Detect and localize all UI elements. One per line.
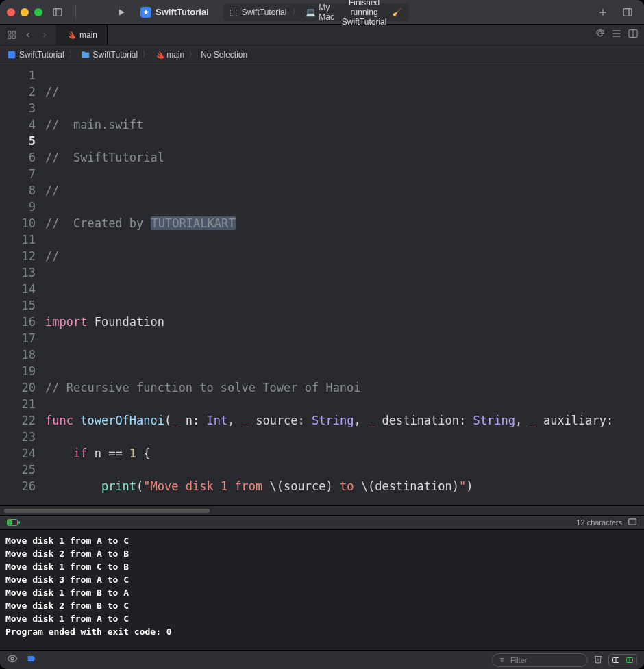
scheme-selector[interactable]: SwiftTutorial xyxy=(140,7,209,18)
related-items-button[interactable] xyxy=(4,27,19,42)
editor-area: 1234567891011121314151617181920212223242… xyxy=(0,64,644,669)
scrollbar-thumb[interactable] xyxy=(4,509,210,513)
energy-indicator-icon xyxy=(7,519,18,526)
toggle-navigator-button[interactable] xyxy=(48,4,67,21)
jump-project-label: SwiftTutorial xyxy=(19,50,64,60)
mac-icon: 💻 xyxy=(306,8,316,17)
chevron-right-icon: 〉 xyxy=(292,6,300,18)
jump-group-label: SwiftTutorial xyxy=(93,50,138,60)
titlebar: SwiftTutorial ⬚ SwiftTutorial 〉 💻 My Mac… xyxy=(0,0,644,25)
selected-text: TUTORIALKART xyxy=(151,216,236,230)
output-view-button[interactable] xyxy=(628,517,637,528)
debug-bottom-bar: Filter xyxy=(0,650,644,669)
svg-rect-15 xyxy=(8,51,16,58)
swift-icon xyxy=(66,30,75,40)
filter-placeholder: Filter xyxy=(510,656,582,664)
jump-selection-label: No Selection xyxy=(201,50,247,60)
scheme-label: SwiftTutorial xyxy=(242,8,287,17)
folder-icon xyxy=(81,50,90,60)
console-filter-input[interactable]: Filter xyxy=(492,653,588,667)
zoom-window-button[interactable] xyxy=(34,8,42,16)
source-code[interactable]: // // main.swift // SwiftTutorial // // … xyxy=(42,64,644,505)
debug-area-panes xyxy=(608,654,637,666)
jump-file[interactable]: main xyxy=(154,50,184,60)
clean-icon: 🧹 xyxy=(392,8,402,17)
app-icon: ⬚ xyxy=(230,8,239,17)
breakpoint-toggle-button[interactable] xyxy=(26,653,37,666)
line-gutter: 1234567891011121314151617181920212223242… xyxy=(0,64,42,505)
console-output[interactable]: Move disk 1 from A to C Move disk 2 from… xyxy=(0,530,644,650)
horizontal-scrollbar[interactable] xyxy=(0,505,644,515)
app-icon xyxy=(140,7,151,18)
activity-viewer[interactable]: ⬚ SwiftTutorial 〉 💻 My Mac Finished runn… xyxy=(223,3,410,21)
chevron-right-icon: 〉 xyxy=(69,49,77,60)
destination-label: My Mac xyxy=(319,3,336,22)
nav-back-button[interactable] xyxy=(21,27,36,42)
auto-toggle-button[interactable] xyxy=(7,653,18,666)
jump-selection[interactable]: No Selection xyxy=(201,50,247,60)
filter-icon xyxy=(498,657,506,664)
xcode-window: SwiftTutorial ⬚ SwiftTutorial 〉 💻 My Mac… xyxy=(0,0,644,669)
console-pane-button[interactable] xyxy=(623,655,636,666)
variables-pane-button[interactable] xyxy=(609,655,623,666)
debug-bar: 12 characters xyxy=(0,515,644,530)
tab-bar-nav xyxy=(0,25,56,45)
scheme-segment: ⬚ SwiftTutorial xyxy=(230,8,287,17)
svg-rect-0 xyxy=(53,8,62,16)
destination-segment: 💻 My Mac xyxy=(306,3,336,22)
jump-file-label: main xyxy=(166,50,184,60)
code-text: // xyxy=(45,85,59,99)
svg-point-17 xyxy=(11,657,14,660)
jump-group[interactable]: SwiftTutorial xyxy=(81,50,138,60)
refresh-icon[interactable] xyxy=(595,28,606,41)
project-icon xyxy=(7,50,16,60)
svg-rect-7 xyxy=(12,31,15,34)
tab-bar-actions xyxy=(589,25,644,45)
nav-forward-button[interactable] xyxy=(37,27,52,42)
divider xyxy=(75,5,76,19)
library-button[interactable] xyxy=(618,4,637,21)
scheme-name: SwiftTutorial xyxy=(156,7,209,17)
svg-rect-9 xyxy=(12,36,15,38)
editor-options-button[interactable] xyxy=(611,28,622,41)
window-controls xyxy=(7,8,42,16)
svg-rect-6 xyxy=(8,31,11,34)
svg-rect-8 xyxy=(8,36,11,38)
close-window-button[interactable] xyxy=(7,8,15,16)
chevron-right-icon: 〉 xyxy=(188,49,197,60)
tab-title: main xyxy=(79,30,97,40)
add-editor-button[interactable] xyxy=(628,28,639,41)
source-editor[interactable]: 1234567891011121314151617181920212223242… xyxy=(0,64,644,505)
jump-project[interactable]: SwiftTutorial xyxy=(7,50,64,60)
swift-icon xyxy=(154,50,164,60)
run-button[interactable] xyxy=(112,4,131,21)
chevron-right-icon: 〉 xyxy=(142,49,150,60)
tab-bar: main xyxy=(0,25,644,45)
svg-rect-16 xyxy=(629,519,636,525)
selection-count: 12 characters xyxy=(576,518,622,527)
build-status: Finished running SwiftTutorial xyxy=(342,0,387,27)
jump-bar[interactable]: SwiftTutorial 〉 SwiftTutorial 〉 main 〉 N… xyxy=(0,45,644,64)
editor-tab-main[interactable]: main xyxy=(56,25,108,45)
minimize-window-button[interactable] xyxy=(21,8,29,16)
svg-rect-4 xyxy=(623,8,632,16)
add-tab-button[interactable] xyxy=(593,4,612,21)
clear-console-button[interactable] xyxy=(593,654,603,666)
